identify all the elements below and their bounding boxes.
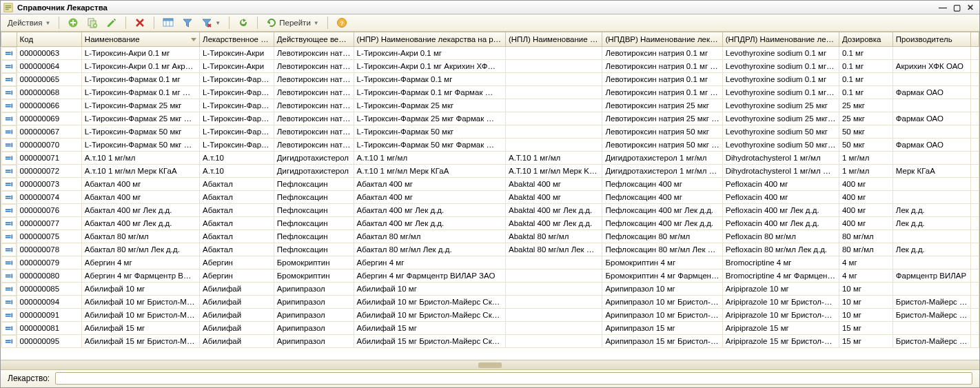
row-marker [1, 283, 17, 296]
cell-deistv: Пефлоксацин [274, 191, 354, 204]
col-npr-header[interactable]: (НПР) Наименование лекарства на рус… [354, 32, 505, 46]
pencil-icon [106, 17, 117, 28]
cell-npl [505, 46, 602, 60]
filter-input[interactable] [55, 372, 972, 385]
table-row[interactable]: 000000067L-Тироксин-Фармак 50 мкгL-Тирок… [1, 125, 979, 139]
refresh-button[interactable] [235, 16, 252, 30]
svg-rect-61 [5, 237, 10, 238]
sep [59, 17, 59, 29]
col-marker-header[interactable] [1, 32, 17, 46]
cell-name: Абергин 4 мг Фармцентр В… [81, 269, 199, 283]
table-row[interactable]: 000000072А.т.10 1 мг/мл Мерк КГаАА.т.10Д… [1, 165, 979, 178]
col-proizv-header[interactable]: Производитель [892, 32, 970, 46]
col-npldvr-header[interactable]: (НПДВР) Наименование лекар… [602, 32, 722, 46]
cell-npdrl: Levothyroxine sodium 50 мкг [722, 125, 839, 139]
cell-tail [970, 269, 979, 283]
delete-button[interactable] [132, 16, 148, 30]
help-button[interactable]: ? [334, 16, 350, 30]
svg-rect-62 [11, 234, 12, 238]
cell-deistv: Арипипразол [274, 309, 354, 322]
table-row[interactable]: 000000066L-Тироксин-Фармак 25 мкгL-Тирок… [1, 99, 979, 112]
actions-menu[interactable]: Действия▼ [5, 16, 53, 30]
filter-funnel-button[interactable] [179, 16, 196, 30]
svg-rect-51 [5, 196, 10, 197]
table-row[interactable]: 000000085Абилифай 10 мгАбилифайАрипипраз… [1, 283, 979, 296]
svg-rect-78 [5, 314, 10, 315]
svg-rect-52 [5, 198, 10, 199]
cell-npdrl: Aripiprazole 10 мг [722, 283, 839, 296]
table-row[interactable]: 000000063L-Тироксин-Акри 0.1 мгL-Тирокси… [1, 46, 979, 60]
table-row[interactable]: 000000076Абактал 400 мг Лек д.д.АбакталП… [1, 204, 979, 217]
cell-leksred: Абилифай [200, 309, 274, 322]
col-npdrl-header[interactable]: (НПДРЛ) Наименование лека… [722, 32, 839, 46]
table-row[interactable]: 000000075Абактал 80 мг/млАбакталПефлокса… [1, 230, 979, 243]
filter-table-button[interactable] [160, 16, 176, 30]
cell-npldvr: Бромокриптин 4 мг Фармцен… [602, 269, 722, 283]
close-button[interactable]: ✕ [964, 3, 977, 12]
filter-clear-button[interactable]: ▼ [198, 16, 223, 30]
cell-doz: 4 мг [839, 269, 892, 283]
table-row[interactable]: 000000071А.т.10 1 мг/млА.т.10Дигидротахи… [1, 152, 979, 165]
minimize-button[interactable]: — [937, 3, 949, 12]
horizontal-scrollbar[interactable] [1, 360, 979, 369]
cell-npdrl: Bromocriptine 4 мг Фармцен… [722, 269, 839, 283]
cell-deistv: Левотироксин натр… [274, 73, 354, 86]
cell-npdrl: Aripiprazole 10 мг Бристол-М… [722, 309, 839, 322]
copy-button[interactable] [84, 16, 101, 30]
cell-tail [970, 73, 979, 86]
col-leksred-header[interactable]: Лекарственное с… [200, 32, 274, 46]
cell-deistv: Бромокриптин [274, 256, 354, 269]
table-row[interactable]: 000000068L-Тироксин-Фармак 0.1 мг …L-Тир… [1, 86, 979, 99]
cell-name: Абактал 80 мг/мл [81, 230, 199, 243]
table-row[interactable]: 000000081Абилифай 15 мгАбилифайАрипипраз… [1, 322, 979, 335]
table-row[interactable]: 000000094Абилифай 10 мг Бристол-Ма…Абили… [1, 296, 979, 309]
col-deistv-header[interactable]: Действующее веще… [274, 32, 354, 46]
cell-name: L-Тироксин-Фармак 0.1 мг … [81, 86, 199, 99]
col-doz-header[interactable]: Дозировка [839, 32, 892, 46]
col-npl-header[interactable]: (НПЛ) Наименование ле… [505, 32, 602, 46]
svg-rect-35 [11, 116, 12, 121]
svg-rect-68 [11, 261, 12, 265]
table-row[interactable]: 000000095Абилифай 15 мг Бристол-Ма…Абили… [1, 335, 979, 348]
table-row[interactable]: 000000065L-Тироксин-Фармак 0.1 мгL-Тирок… [1, 73, 979, 86]
toolbar: Действия▼ ▼ Перейти▼ ? [1, 14, 979, 32]
table-row[interactable]: 000000073Абактал 400 мгАбакталПефлоксаци… [1, 178, 979, 191]
table-row[interactable]: 000000080Абергин 4 мг Фармцентр В…Аберги… [1, 269, 979, 283]
cell-npr: Абактал 400 мг [354, 178, 505, 191]
table-row[interactable]: 000000070L-Тироксин-Фармак 50 мкг …L-Тир… [1, 139, 979, 152]
cell-doz: 25 мкг [839, 99, 892, 112]
col-tail-header[interactable] [970, 32, 979, 46]
scrollbar-thumb[interactable] [478, 363, 502, 368]
cell-doz: 400 мг [839, 217, 892, 230]
table-row[interactable]: 000000077Абактал 400 мг Лек д.д.АбакталП… [1, 217, 979, 230]
maximize-button[interactable]: ▢ [950, 3, 963, 12]
column-header-row[interactable]: Код Наименование Лекарственное с… Действ… [1, 32, 979, 46]
cell-leksred: Абергин [200, 256, 274, 269]
go-menu[interactable]: Перейти▼ [263, 16, 322, 30]
cell-npr: Абергин 4 мг [354, 256, 505, 269]
cell-deistv: Дигидротахистерол [274, 152, 354, 165]
titlebar[interactable]: Справочник Лекарства — ▢ ✕ [1, 1, 979, 14]
cell-npldvr: Пефлоксацин 80 мг/мл [602, 230, 722, 243]
table-row[interactable]: 000000074Абактал 400 мгАбакталПефлоксаци… [1, 191, 979, 204]
table-row[interactable]: 000000079Абергин 4 мгАбергинБромокриптин… [1, 256, 979, 269]
grid-scroll[interactable]: Код Наименование Лекарственное с… Действ… [1, 32, 979, 360]
table-row[interactable]: 000000064L-Тироксин-Акри 0.1 мг Акр…L-Ти… [1, 60, 979, 73]
add-button[interactable] [65, 16, 81, 30]
cell-npl: Abaktal 400 мг [505, 191, 602, 204]
row-marker [1, 322, 17, 335]
table-row[interactable]: 000000069L-Тироксин-Фармак 25 мкг …L-Тир… [1, 112, 979, 125]
cell-leksred: Абактал [200, 191, 274, 204]
cell-deistv: Арипипразол [274, 322, 354, 335]
svg-rect-66 [5, 261, 10, 263]
col-name-header[interactable]: Наименование [81, 32, 199, 46]
table-row[interactable]: 000000091Абилифай 10 мг Бристол-Ма…Абили… [1, 309, 979, 322]
col-code-header[interactable]: Код [17, 32, 81, 46]
edit-button[interactable] [103, 16, 120, 30]
cell-proizv [892, 46, 970, 60]
data-grid[interactable]: Код Наименование Лекарственное с… Действ… [1, 32, 979, 348]
table-row[interactable]: 000000078Абактал 80 мг/мл Лек д.д.Абакта… [1, 243, 979, 256]
svg-rect-18 [5, 52, 10, 53]
cell-npr: L-Тироксин-Акри 0.1 мг [354, 46, 505, 60]
cell-npldvr: Пефлоксацин 400 мг Лек д.д. [602, 217, 722, 230]
